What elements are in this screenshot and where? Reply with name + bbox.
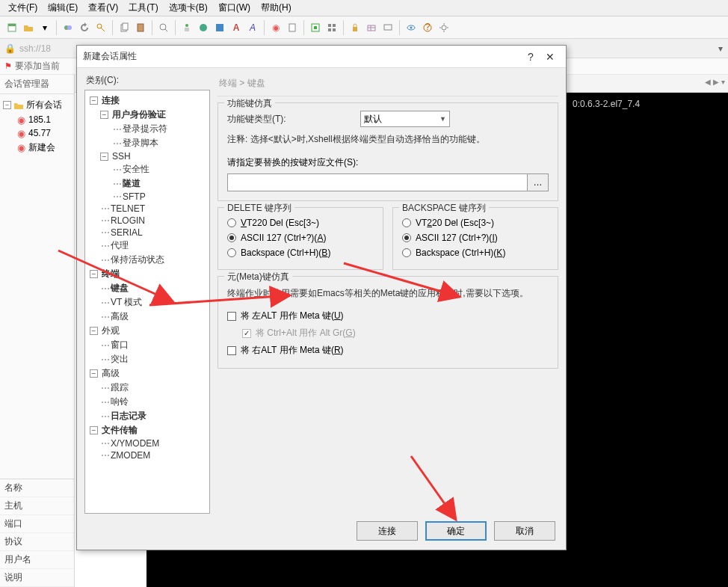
key-icon[interactable] [93, 20, 108, 35]
connect-icon[interactable] [61, 20, 75, 35]
svg-rect-18 [333, 28, 336, 31]
search-icon[interactable] [156, 20, 171, 35]
meta-right-alt[interactable]: 将 右ALT 用作 Meta 键(R) [227, 342, 549, 359]
prop-host: 主机 [0, 497, 74, 515]
meta-left-alt[interactable]: 将 左ALT 用作 Meta 键(U) [227, 307, 549, 325]
menu-file[interactable]: 文件(F) [3, 0, 43, 16]
cat-rlogin[interactable]: ⋯RLOGIN [87, 215, 208, 227]
svg-rect-21 [384, 25, 392, 30]
tree-root[interactable]: − 所有会话 [1, 97, 73, 113]
gear-icon[interactable] [437, 20, 451, 35]
collapse-icon[interactable]: − [3, 101, 11, 109]
cat-adv[interactable]: −高级 [87, 366, 208, 381]
dialog-close-button[interactable]: ✕ [540, 51, 560, 63]
tree-item-0[interactable]: ◉ 185.1 [1, 113, 73, 126]
keymap-label: 请指定要替换的按键对应文件(S): [227, 156, 549, 169]
reconnect-icon[interactable] [77, 20, 92, 35]
del-backspace[interactable]: Backspace (Ctrl+H)(B) [227, 245, 374, 260]
cat-sftp[interactable]: ⋯SFTP [87, 191, 208, 203]
cat-xymodem[interactable]: ⋯X/YMODEM [87, 437, 208, 449]
func-type-label: 功能键类型(T): [227, 113, 354, 126]
clip-icon[interactable] [285, 20, 300, 35]
cat-advanced[interactable]: ⋯高级 [87, 310, 208, 324]
font2-icon[interactable]: A [245, 20, 260, 35]
monitor-icon[interactable] [380, 20, 395, 35]
cat-terminal[interactable]: −终端 [87, 267, 208, 281]
del-ascii127[interactable]: ASCII 127 (Ctrl+?)(A) [227, 230, 374, 245]
cat-ssh[interactable]: −SSH [87, 150, 208, 162]
cat-trace[interactable]: ⋯跟踪 [87, 381, 208, 395]
cat-proxy[interactable]: ⋯代理 [87, 239, 208, 253]
tree-item-1[interactable]: ◉ 45.77 [1, 126, 73, 140]
ok-button[interactable]: 确定 [425, 521, 487, 541]
color-icon[interactable] [212, 20, 227, 35]
meta-note: 终端作业时使用需要如Emacs等相关的Meta键的应用程序时,需要以下选项。 [227, 287, 549, 300]
connect-button[interactable]: 连接 [357, 521, 418, 541]
bksp-ascii127[interactable]: ASCII 127 (Ctrl+?)(I) [402, 230, 549, 245]
lock-icon[interactable] [348, 20, 363, 35]
breadcrumb: 终端 > 键盘 [218, 74, 558, 96]
cat-connection[interactable]: −连接 [87, 93, 208, 108]
menu-view[interactable]: 查看(V) [83, 0, 123, 16]
grid-icon[interactable] [364, 20, 379, 35]
svg-point-3 [67, 25, 72, 30]
cat-highlight[interactable]: ⋯突出 [87, 352, 208, 366]
cat-vtmode[interactable]: ⋯VT 模式 [87, 295, 208, 310]
bksp-backspace[interactable]: Backspace (Ctrl+H)(K) [402, 245, 549, 260]
new-icon[interactable] [4, 20, 19, 35]
chevron-down-icon: ▼ [439, 115, 446, 123]
cat-appearance[interactable]: −外观 [87, 324, 208, 338]
bksp-vt220[interactable]: VT220 Del (Esc[3~) [402, 215, 549, 230]
tree-item-label: 185.1 [28, 114, 51, 125]
session-manager: 会话管理器 − 所有会话 ◉ 185.1 ◉ 45.77 ◉ 新建会 [0, 75, 75, 587]
svg-point-11 [200, 24, 207, 31]
cat-login-prompt[interactable]: ⋯登录提示符 [87, 122, 208, 136]
help-icon[interactable]: ? [420, 20, 435, 35]
cat-zmodem[interactable]: ⋯ZMODEM [87, 449, 208, 461]
cat-window[interactable]: ⋯窗口 [87, 338, 208, 352]
tree-item-2[interactable]: ◉ 新建会 [1, 140, 73, 156]
meta-legend: 元(Meta)键仿真 [224, 271, 292, 283]
fullscreen-icon[interactable] [308, 20, 323, 35]
menu-edit[interactable]: 编辑(E) [43, 0, 83, 16]
cat-bell[interactable]: ⋯响铃 [87, 395, 208, 409]
dialog-help-button[interactable]: ? [521, 51, 540, 63]
eye-icon[interactable] [404, 20, 419, 35]
open-icon[interactable] [21, 20, 36, 35]
cat-login-script[interactable]: ⋯登录脚本 [87, 136, 208, 150]
menu-tabs[interactable]: 选项卡(B) [164, 0, 213, 16]
svg-rect-10 [185, 28, 189, 31]
cat-logging[interactable]: ⋯日志记录 [87, 409, 208, 423]
cat-auth[interactable]: −用户身份验证 [87, 108, 208, 122]
globe-icon[interactable] [196, 20, 211, 35]
paste-icon[interactable] [133, 20, 148, 35]
copy-icon[interactable] [117, 20, 132, 35]
dropdown-icon[interactable]: ▾ [37, 20, 52, 35]
address-dropdown[interactable]: ▾ [713, 43, 728, 54]
svg-rect-13 [289, 24, 295, 31]
cancel-button[interactable]: 取消 [494, 521, 555, 541]
font-icon[interactable]: A [229, 20, 244, 35]
session-icon: ◉ [16, 114, 26, 125]
cat-telnet[interactable]: ⋯TELNET [87, 203, 208, 215]
menu-bar: 文件(F) 编辑(E) 查看(V) 工具(T) 选项卡(B) 窗口(W) 帮助(… [0, 0, 728, 16]
menu-window[interactable]: 窗口(W) [213, 0, 256, 16]
menu-help[interactable]: 帮助(H) [256, 0, 297, 16]
svg-rect-15 [328, 24, 331, 27]
keymap-file-input[interactable] [227, 173, 528, 191]
svg-rect-12 [216, 24, 223, 31]
person-icon[interactable] [179, 20, 194, 35]
cat-security[interactable]: ⋯安全性 [87, 162, 208, 176]
cat-keyboard[interactable]: ⋯键盘 [87, 281, 208, 295]
browse-button[interactable]: … [528, 173, 549, 191]
tab-nav-arrows[interactable]: ◀ ▶ ▾ [705, 78, 725, 86]
menu-tools[interactable]: 工具(T) [123, 0, 163, 16]
del-vt220[interactable]: VT220 Del (Esc[3~) [227, 215, 374, 230]
cat-filetrans[interactable]: −文件传输 [87, 423, 208, 437]
cat-serial[interactable]: ⋯SERIAL [87, 227, 208, 239]
tile-icon[interactable] [324, 20, 339, 35]
swirl-icon[interactable]: ◉ [268, 20, 283, 35]
func-type-combo[interactable]: 默认 ▼ [360, 111, 450, 127]
cat-tunnel[interactable]: ⋯隧道 [87, 176, 208, 191]
cat-keepalive[interactable]: ⋯保持活动状态 [87, 253, 208, 267]
